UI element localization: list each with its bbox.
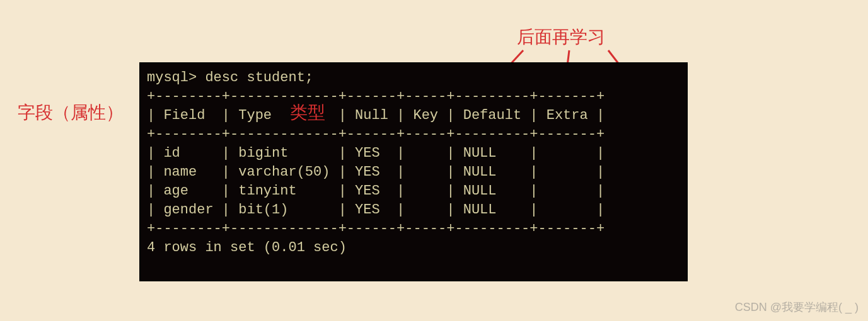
watermark: CSDN @我要学编程( _ ) [735,300,859,315]
table-border-mid: +--------+-------------+------+-----+---… [147,125,680,144]
table-row: | id | bigint | YES | | NULL | | [147,144,680,163]
table-row: | name | varchar(50) | YES | | NULL | | [147,163,680,182]
mysql-terminal: mysql> desc student; +--------+---------… [139,62,688,281]
table-border-top: +--------+-------------+------+-----+---… [147,87,680,106]
annotation-left: 字段（属性） [18,101,124,125]
terminal-prompt: mysql> desc student; [147,69,680,87]
terminal-footer: 4 rows in set (0.01 sec) [147,239,680,257]
table-border-bottom: +--------+-------------+------+-----+---… [147,220,680,239]
annotation-type: 类型 [290,101,325,125]
annotation-top: 后面再学习 [517,25,605,49]
table-header: | Field | Type | Null | Key | Default | … [147,106,680,125]
table-row: | gender | bit(1) | YES | | NULL | | [147,201,680,220]
table-row: | age | tinyint | YES | | NULL | | [147,182,680,201]
